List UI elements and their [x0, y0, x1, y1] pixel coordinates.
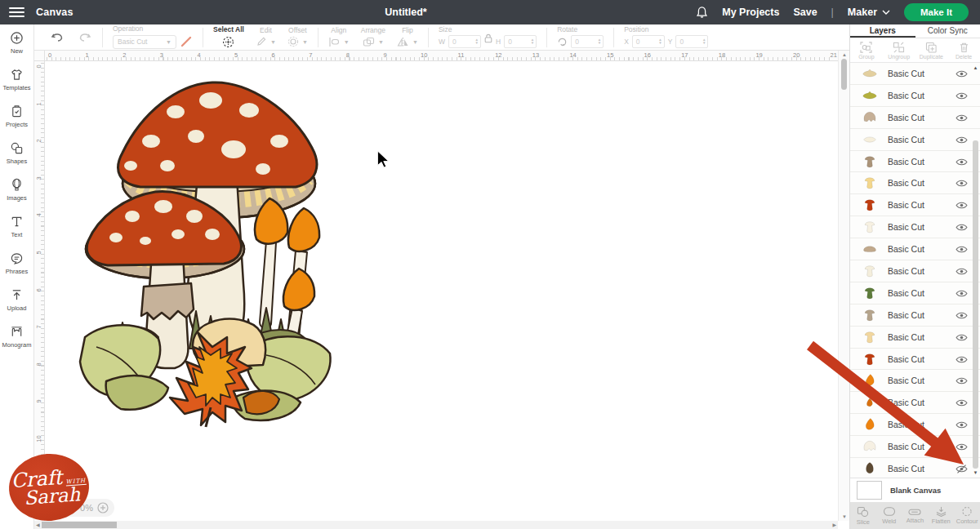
group-button[interactable]: Group [850, 42, 883, 60]
layer-row[interactable]: Basic Cut [850, 436, 980, 458]
attach-button[interactable]: Attach [902, 508, 929, 524]
visibility-eye-icon[interactable] [956, 158, 968, 167]
offset-icon[interactable] [287, 36, 299, 47]
stepper-icon[interactable]: ▲▼ [702, 38, 706, 45]
layer-row[interactable]: Basic Cut [850, 282, 980, 305]
hamburger-menu-icon[interactable] [9, 7, 24, 18]
operation-dropdown[interactable]: Basic Cut▼ [113, 35, 176, 49]
sidebar-item-images[interactable]: Images [7, 178, 27, 202]
layers-scroll-down-icon[interactable]: ▼ [972, 470, 979, 475]
tab-color-sync[interactable]: Color Sync [915, 24, 980, 38]
notifications-bell-icon[interactable] [696, 6, 708, 19]
visibility-eye-icon[interactable] [956, 179, 968, 188]
align-icon[interactable] [328, 37, 341, 47]
material-pen-icon[interactable] [180, 35, 193, 48]
tab-layers[interactable]: Layers [850, 24, 915, 38]
ungroup-button[interactable]: Ungroup [883, 42, 915, 60]
machine-select-dropdown[interactable]: Maker [848, 7, 890, 18]
scroll-right-icon[interactable]: ▶ [832, 522, 836, 527]
sidebar-item-monogram[interactable]: Monogram [2, 325, 32, 349]
layer-row[interactable]: Basic Cut [850, 392, 980, 414]
zoom-in-icon[interactable] [97, 502, 109, 513]
layer-row[interactable]: Basic Cut [850, 260, 980, 282]
layer-row[interactable]: Basic Cut [850, 129, 980, 151]
layer-row[interactable]: Basic Cut [850, 107, 980, 129]
scroll-left-icon[interactable]: ◀ [36, 522, 40, 527]
sidebar-item-projects[interactable]: Projects [6, 104, 28, 128]
visibility-eye-icon[interactable] [956, 245, 968, 254]
chevron-down-icon[interactable]: ▼ [378, 39, 384, 45]
visibility-eye-icon[interactable] [956, 398, 968, 407]
layers-scroll-up-icon[interactable]: ▲ [972, 65, 979, 70]
sidebar-item-templates[interactable]: Templates [2, 68, 30, 91]
layer-row[interactable]: Basic Cut [850, 327, 980, 349]
layer-row[interactable]: Basic Cut [850, 305, 980, 327]
layer-row[interactable]: Basic Cut [850, 63, 980, 85]
horizontal-scrollbar-thumb[interactable] [42, 522, 117, 528]
visibility-eye-icon[interactable] [956, 223, 968, 232]
chevron-down-icon[interactable]: ▼ [270, 39, 276, 45]
blank-canvas-row[interactable]: Blank Canvas [850, 478, 980, 502]
scroll-up-icon[interactable]: ▲ [839, 52, 850, 57]
save-link[interactable]: Save [793, 7, 817, 18]
visibility-eye-icon[interactable] [956, 311, 968, 320]
layer-row[interactable]: Basic Cut [850, 414, 980, 436]
chevron-down-icon[interactable]: ▼ [412, 39, 418, 45]
visibility-eye-icon[interactable] [956, 289, 968, 298]
sidebar-item-phrases[interactable]: Phrases [6, 251, 29, 275]
slice-button[interactable]: Slice [850, 506, 876, 526]
visibility-off-icon[interactable] [956, 465, 968, 473]
layer-row[interactable]: Basic Cut [850, 85, 980, 107]
rotate-input[interactable]: 0▲▼ [571, 35, 604, 48]
visibility-eye-icon[interactable] [956, 355, 968, 364]
layer-row[interactable]: Basic Cut [850, 172, 980, 194]
visibility-eye-icon[interactable] [956, 420, 968, 429]
visibility-eye-icon[interactable] [956, 267, 968, 276]
edit-pencil-icon[interactable] [256, 36, 267, 47]
design-canvas[interactable]: 0123456789101112131415161718192021 01234… [34, 51, 849, 529]
sidebar-item-text[interactable]: Text [10, 215, 24, 238]
visibility-eye-icon[interactable] [956, 91, 968, 100]
arrange-icon[interactable] [363, 37, 375, 47]
visibility-eye-icon[interactable] [956, 69, 968, 78]
stepper-icon[interactable]: ▲▼ [531, 38, 534, 45]
visibility-eye-icon[interactable] [956, 113, 968, 122]
rotate-icon[interactable] [557, 37, 568, 47]
position-y-input[interactable]: 0▲▼ [675, 35, 708, 48]
visibility-eye-icon[interactable] [956, 333, 968, 342]
flip-icon[interactable] [397, 37, 409, 47]
weld-button[interactable]: Weld [876, 506, 902, 525]
visibility-eye-icon[interactable] [956, 442, 968, 451]
flatten-button[interactable]: Flatten [928, 506, 954, 525]
canvas-artwork-mushrooms[interactable] [74, 78, 343, 429]
chevron-down-icon[interactable]: ▼ [302, 39, 308, 45]
visibility-eye-icon[interactable] [956, 376, 968, 385]
layer-row[interactable]: Basic Cut [850, 349, 980, 371]
layer-row[interactable]: Basic Cut [850, 370, 980, 392]
select-all-icon[interactable] [222, 36, 234, 48]
stepper-icon[interactable]: ▲▼ [598, 38, 601, 45]
sidebar-item-new[interactable]: New [10, 31, 24, 55]
duplicate-button[interactable]: Duplicate [915, 42, 948, 60]
height-input[interactable]: 0▲▼ [504, 35, 537, 48]
my-projects-link[interactable]: My Projects [722, 7, 779, 18]
contour-button[interactable]: Contour [954, 506, 980, 525]
stepper-icon[interactable]: ▲▼ [658, 38, 662, 45]
chevron-down-icon[interactable]: ▼ [344, 39, 350, 45]
stepper-icon[interactable]: ▲▼ [475, 38, 479, 45]
layer-row[interactable]: Basic Cut [850, 216, 980, 238]
layer-row[interactable]: Basic Cut [850, 194, 980, 216]
visibility-eye-icon[interactable] [956, 201, 968, 210]
delete-button[interactable]: Delete [947, 42, 980, 60]
sidebar-item-shapes[interactable]: Shapes [7, 141, 27, 165]
sidebar-item-upload[interactable]: Upload [7, 288, 27, 312]
position-x-input[interactable]: 0▲▼ [632, 35, 665, 48]
scroll-down-icon[interactable]: ▼ [839, 514, 850, 519]
visibility-eye-icon[interactable] [956, 136, 968, 144]
layer-row[interactable]: Basic Cut [850, 458, 980, 478]
lock-icon[interactable] [484, 33, 492, 43]
redo-icon[interactable] [78, 32, 91, 43]
blank-canvas-swatch[interactable] [857, 481, 882, 500]
layers-scrollbar-thumb[interactable] [973, 140, 978, 469]
layer-row[interactable]: Basic Cut [850, 238, 980, 260]
